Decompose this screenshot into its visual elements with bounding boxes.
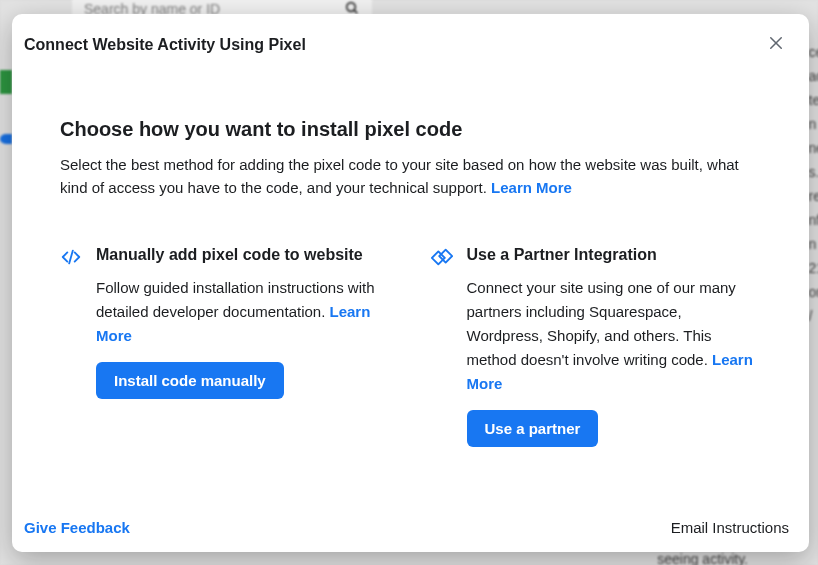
code-icon (60, 246, 82, 268)
install-code-manually-button[interactable]: Install code manually (96, 362, 284, 399)
main-description-text: Select the best method for adding the pi… (60, 156, 739, 196)
svg-line-4 (69, 250, 73, 263)
main-description: Select the best method for adding the pi… (60, 153, 761, 200)
use-a-partner-button[interactable]: Use a partner (467, 410, 599, 447)
close-icon (767, 34, 785, 56)
pixel-install-modal: Connect Website Activity Using Pixel Cho… (12, 14, 809, 552)
option-manual: Manually add pixel code to website Follo… (60, 244, 391, 447)
main-heading: Choose how you want to install pixel cod… (60, 118, 761, 141)
give-feedback-link[interactable]: Give Feedback (24, 519, 130, 536)
option-manual-title: Manually add pixel code to website (96, 244, 391, 266)
install-options: Manually add pixel code to website Follo… (60, 244, 761, 447)
learn-more-link-main[interactable]: Learn More (491, 179, 572, 196)
modal-title: Connect Website Activity Using Pixel (24, 36, 306, 54)
option-manual-content: Manually add pixel code to website Follo… (96, 244, 391, 399)
modal-body: Choose how you want to install pixel cod… (12, 78, 809, 505)
modal-header: Connect Website Activity Using Pixel (12, 14, 809, 78)
option-partner-title: Use a Partner Integration (467, 244, 762, 266)
option-partner: Use a Partner Integration Connect your s… (431, 244, 762, 447)
modal-footer: Give Feedback Email Instructions (12, 505, 809, 552)
email-instructions-link[interactable]: Email Instructions (671, 519, 789, 536)
option-manual-desc: Follow guided installation instructions … (96, 276, 391, 348)
option-partner-content: Use a Partner Integration Connect your s… (467, 244, 762, 447)
partner-icon (431, 246, 453, 268)
close-button[interactable] (761, 30, 791, 60)
option-partner-desc: Connect your site using one of our many … (467, 276, 762, 396)
